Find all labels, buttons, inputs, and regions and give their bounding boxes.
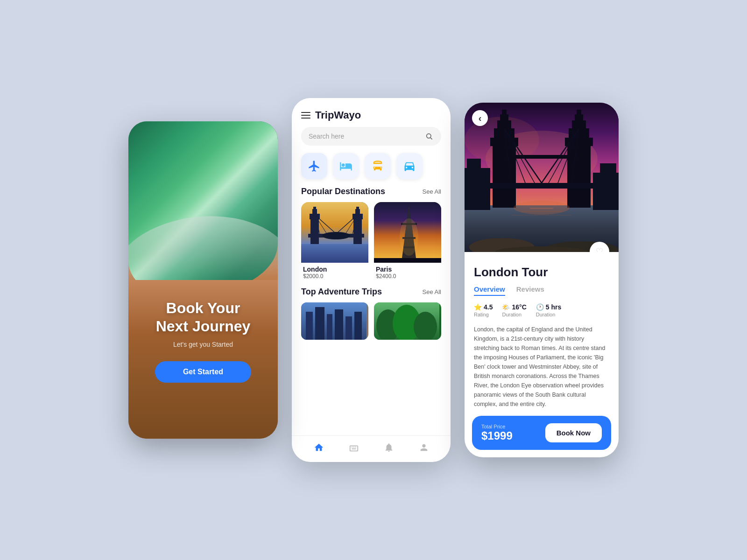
get-started-button[interactable]: Get Started	[155, 361, 251, 383]
search-bar[interactable]: Search here	[301, 127, 441, 146]
stat-duration-value: 🕐 5 hrs	[536, 303, 561, 311]
paris-price: $2400.0	[376, 273, 439, 280]
svg-rect-32	[315, 307, 324, 340]
svg-rect-33	[327, 314, 332, 340]
paris-image	[374, 202, 441, 263]
screens-container: Book Your Next Journey Let's get you Sta…	[110, 70, 637, 490]
duration-label: Duration	[536, 312, 561, 317]
london-name: London	[303, 266, 366, 273]
adventure-city-card[interactable]	[301, 302, 368, 340]
category-icons	[292, 153, 451, 187]
back-icon: ‹	[479, 113, 482, 124]
nav-profile[interactable]	[419, 442, 429, 453]
rating-number: 4.5	[484, 303, 493, 311]
london-label: London $2000.0	[301, 263, 368, 280]
popular-section-header: Popular Destinations See All	[292, 187, 451, 202]
rating-label: Rating	[474, 312, 493, 317]
weather-icon: 🌤️	[502, 303, 510, 311]
hamburger-menu[interactable]	[301, 112, 310, 119]
hero-section: ‹ ♡	[465, 103, 619, 252]
paris-card[interactable]: Paris $2400.0	[374, 202, 441, 280]
tab-reviews[interactable]: Reviews	[516, 285, 544, 296]
popular-see-all[interactable]: See All	[423, 188, 441, 195]
svg-rect-8	[353, 216, 362, 244]
screen1-background	[128, 121, 278, 439]
adventure-see-all[interactable]: See All	[423, 288, 441, 295]
destinations-grid: London $2000.0	[292, 202, 451, 287]
hotel-category[interactable]	[333, 153, 359, 179]
hamburger-line1	[301, 112, 310, 113]
london-price: $2000.0	[303, 273, 366, 280]
svg-rect-3	[301, 244, 368, 263]
svg-rect-7	[313, 207, 316, 210]
screen3-detail: ‹ ♡ London Tour Overview Reviews ⭐ 4.5	[465, 103, 619, 457]
book-now-button[interactable]: Book Now	[545, 423, 602, 442]
svg-rect-47	[511, 215, 572, 216]
svg-rect-35	[345, 316, 352, 340]
temp-number: 16°C	[512, 303, 526, 311]
back-button[interactable]: ‹	[472, 110, 488, 126]
svg-point-74	[514, 201, 570, 215]
temp-label: Duration	[502, 312, 526, 317]
hamburger-line2	[301, 115, 310, 116]
star-icon: ⭐	[474, 303, 482, 311]
duration-number: 5 hrs	[546, 303, 561, 311]
search-icon	[424, 132, 434, 141]
svg-point-19	[322, 232, 350, 239]
adventure-nature-card[interactable]	[374, 302, 441, 340]
paris-label: Paris $2400.0	[374, 263, 441, 280]
stat-rating: ⭐ 4.5 Rating	[474, 303, 493, 317]
screen2-main: TripWayo Search here	[292, 98, 451, 462]
heart-icon: ♡	[596, 246, 603, 252]
app-logo: TripWayo	[315, 109, 361, 121]
screen1-title: Book Your Next Journey	[142, 299, 264, 335]
screen1-onboarding: Book Your Next Journey Let's get you Sta…	[128, 121, 278, 439]
search-placeholder-text: Search here	[309, 133, 421, 140]
svg-rect-71	[467, 159, 481, 210]
booking-footer: Total Price $1999 Book Now	[472, 416, 611, 450]
adventure-section-header: Top Adventure Trips See All	[292, 287, 451, 302]
svg-rect-73	[600, 163, 616, 210]
car-category[interactable]	[396, 153, 423, 179]
hamburger-line3	[301, 118, 310, 119]
adventure-cards	[292, 302, 451, 340]
bus-category[interactable]	[365, 153, 391, 179]
svg-rect-36	[354, 312, 362, 340]
price-value: $1999	[481, 429, 513, 442]
flight-category[interactable]	[301, 153, 327, 179]
screen1-content: Book Your Next Journey Let's get you Sta…	[128, 299, 278, 383]
tour-description: London, the capital of England and the U…	[474, 325, 609, 409]
title-line2: Next Journey	[156, 318, 251, 335]
svg-rect-11	[356, 207, 359, 210]
svg-rect-31	[306, 312, 313, 340]
stat-duration: 🕐 5 hrs Duration	[536, 303, 561, 317]
london-image	[301, 202, 368, 263]
clock-icon: 🕐	[536, 303, 544, 311]
svg-point-28	[400, 218, 418, 256]
popular-title: Popular Destinations	[301, 187, 385, 196]
stat-rating-value: ⭐ 4.5	[474, 303, 493, 311]
tour-content: London Tour Overview Reviews ⭐ 4.5 Ratin…	[465, 252, 619, 410]
price-label: Total Price	[481, 424, 513, 429]
svg-rect-4	[310, 216, 319, 244]
adventure-title: Top Adventure Trips	[301, 287, 382, 297]
svg-point-0	[427, 134, 431, 138]
price-section: Total Price $1999	[481, 424, 513, 442]
bottom-navigation	[292, 435, 451, 462]
svg-rect-29	[374, 258, 441, 263]
nav-bookings[interactable]	[349, 442, 359, 453]
svg-rect-34	[335, 309, 343, 340]
svg-rect-60	[488, 183, 595, 189]
svg-rect-53	[502, 110, 507, 116]
app-header: TripWayo	[292, 98, 451, 127]
hero-image	[465, 103, 619, 252]
london-card[interactable]: London $2000.0	[301, 202, 368, 280]
nav-notifications[interactable]	[384, 442, 394, 453]
screen1-subtitle: Let's get you Started	[142, 341, 264, 348]
svg-line-1	[430, 138, 432, 140]
tab-overview[interactable]: Overview	[474, 285, 505, 296]
paris-name: Paris	[376, 266, 439, 273]
stat-temp: 🌤️ 16°C Duration	[502, 303, 526, 317]
nav-home[interactable]	[314, 442, 324, 453]
screen2-inner: TripWayo Search here	[292, 98, 451, 462]
